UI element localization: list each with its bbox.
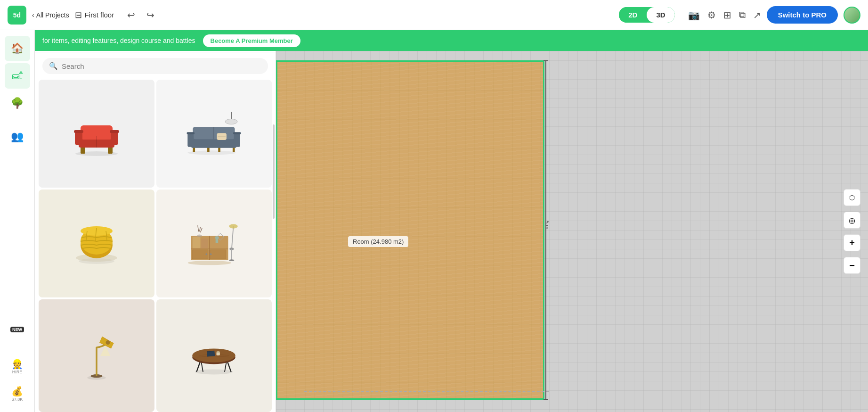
left-sidebar: 🏠 🛋 🌳 👥 NEW 👷 HIRE 💰 $7.8K — [0, 30, 35, 412]
category-armchairs[interactable]: Armchairs — [39, 80, 154, 188]
toolbar-icons: 📷 ⚙ ⊞ ⧉ ↗ — [688, 9, 761, 21]
svg-point-50 — [188, 261, 231, 265]
view-2d-button[interactable]: 2D — [619, 7, 647, 23]
category-coffeetable[interactable]: Coffee table — [156, 299, 272, 412]
sidebar-item-home[interactable]: 🏠 — [5, 36, 30, 61]
svg-rect-25 — [233, 132, 241, 134]
zoom-in-button[interactable]: + — [844, 234, 860, 251]
sofas-image — [156, 80, 272, 188]
right-controls: ⬡ ◎ + − — [844, 189, 860, 274]
panel-scrollbar[interactable] — [273, 124, 275, 219]
new-badge: NEW — [10, 327, 24, 332]
svg-rect-7 — [75, 131, 82, 145]
undo-button[interactable]: ↩ — [123, 8, 139, 23]
copy-button[interactable]: ⧉ — [739, 9, 746, 20]
dim-label-vertical: 5 m — [544, 221, 550, 229]
svg-rect-3 — [82, 147, 85, 154]
back-chevron: ‹ — [32, 11, 34, 19]
external-link-button[interactable]: ⬡ — [844, 189, 860, 206]
search-input[interactable] — [62, 62, 261, 70]
sofa-icon: 🛋 — [12, 70, 23, 82]
svg-line-54 — [201, 228, 203, 232]
category-ottoman[interactable]: Ottoman — [39, 190, 154, 297]
hire-icon: 👷 — [11, 358, 23, 370]
svg-point-43 — [206, 253, 208, 255]
share-button[interactable]: ↗ — [753, 9, 761, 21]
category-sofas[interactable]: Sofas — [156, 80, 272, 188]
topbar: 5d ‹ All Projects ⊟ First floor ↩ ↪ 2D 3… — [0, 0, 868, 30]
layers-icon: ⊟ — [75, 10, 82, 20]
ottoman-image — [39, 190, 154, 297]
svg-point-32 — [81, 226, 113, 236]
svg-rect-8 — [111, 131, 118, 145]
search-icon: 🔍 — [49, 62, 58, 70]
bottom-dash-line — [304, 391, 549, 392]
svg-rect-46 — [201, 238, 208, 247]
dim-tick-top — [544, 60, 548, 61]
ruler-button[interactable]: ⊞ — [723, 9, 731, 21]
category-storage[interactable]: Storage — [156, 190, 272, 297]
svg-point-37 — [229, 224, 238, 228]
people-icon: 👥 — [11, 131, 24, 143]
room-floor[interactable]: Room (24.980 m2) — [276, 60, 544, 400]
sidebar-separator — [8, 120, 27, 120]
svg-rect-9 — [74, 130, 83, 133]
redo-button[interactable]: ↪ — [143, 8, 158, 23]
user-avatar[interactable] — [844, 7, 860, 24]
dim-tick-bottom — [544, 399, 548, 400]
svg-rect-23 — [234, 133, 240, 147]
back-button[interactable]: ‹ All Projects — [32, 11, 69, 19]
app-logo: 5d — [8, 6, 26, 25]
home-icon: 🏠 — [11, 42, 24, 55]
room-label: Room (24.980 m2) — [348, 236, 408, 247]
view-toggle: 2D 3D — [619, 7, 674, 23]
tree-icon: 🌳 — [11, 97, 24, 109]
view-3d-button[interactable]: 3D — [647, 7, 674, 23]
svg-point-58 — [105, 340, 110, 345]
back-label: All Projects — [36, 11, 69, 19]
svg-rect-57 — [96, 347, 97, 376]
furniture-panel: ‹ Living room ⤢ ✕ 🔍 — [35, 30, 276, 412]
location-button[interactable]: ◎ — [844, 212, 860, 229]
sidebar-item-new[interactable]: NEW — [5, 317, 30, 342]
svg-point-51 — [197, 234, 202, 237]
svg-point-13 — [225, 119, 237, 124]
svg-rect-24 — [187, 132, 195, 134]
dim-line-vertical — [545, 60, 546, 400]
svg-rect-42 — [210, 249, 226, 258]
project-name: ⊟ First floor — [75, 10, 114, 20]
sidebar-item-cost[interactable]: 💰 $7.8K — [5, 381, 30, 406]
category-lamp[interactable]: Lamp — [39, 299, 154, 412]
svg-rect-45 — [193, 237, 201, 248]
sidebar-item-furniture[interactable]: 🛋 — [5, 63, 30, 89]
coffeetable-image — [156, 299, 272, 412]
hire-label: HIRE — [12, 370, 23, 374]
svg-rect-4 — [108, 147, 111, 154]
project-title: First floor — [85, 11, 114, 19]
undo-redo-group: ↩ ↪ — [123, 8, 158, 23]
zoom-out-button[interactable]: − — [844, 257, 860, 274]
storage-image — [156, 190, 272, 297]
switch-pro-button[interactable]: Switch to PRO — [767, 6, 838, 24]
svg-rect-22 — [188, 133, 194, 147]
svg-rect-66 — [207, 351, 215, 356]
armchairs-image — [39, 80, 154, 188]
svg-point-36 — [229, 259, 235, 261]
camera-button[interactable]: 📷 — [688, 9, 700, 21]
svg-point-44 — [210, 253, 212, 255]
panel-grid: Armchairs — [35, 80, 276, 412]
svg-point-69 — [217, 351, 220, 353]
cost-label: $7.8K — [12, 397, 23, 402]
sidebar-item-nature[interactable]: 🌳 — [5, 91, 30, 116]
svg-line-53 — [200, 227, 201, 231]
svg-line-52 — [198, 225, 199, 231]
sidebar-item-hire[interactable]: 👷 HIRE — [5, 354, 30, 379]
svg-line-33 — [232, 226, 234, 249]
promo-bar: for items, editing features, design cour… — [35, 30, 868, 51]
search-bar: 🔍 — [42, 58, 268, 74]
sidebar-item-people[interactable]: 👥 — [5, 124, 30, 149]
become-premium-button[interactable]: Become A Premium Member — [203, 34, 300, 47]
canvas-area: Room (24.980 m2) 5 m ⬡ ◎ + − — [276, 51, 868, 412]
settings-button[interactable]: ⚙ — [707, 9, 716, 21]
promo-text: for items, editing features, design cour… — [42, 37, 195, 44]
